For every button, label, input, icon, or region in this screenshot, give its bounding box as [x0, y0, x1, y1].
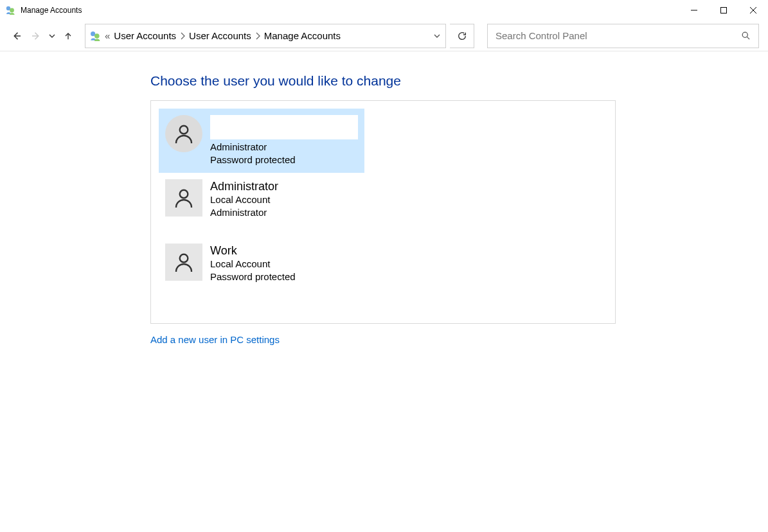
account-info: Administrator Local Account Administrato…	[210, 179, 358, 231]
svg-line-11	[747, 37, 749, 39]
back-button[interactable]	[9, 28, 24, 44]
avatar	[165, 115, 202, 152]
svg-rect-3	[721, 8, 727, 13]
toolbar: « User Accounts User Accounts Manage Acc…	[0, 21, 768, 51]
window-controls	[679, 0, 768, 21]
search-box[interactable]	[487, 24, 759, 48]
avatar	[165, 244, 202, 281]
user-accounts-icon	[5, 5, 15, 15]
close-button[interactable]	[738, 0, 768, 21]
maximize-button[interactable]	[709, 0, 738, 21]
up-button[interactable]	[60, 28, 76, 44]
breadcrumb-item[interactable]: Manage Accounts	[264, 30, 341, 41]
breadcrumb-item[interactable]: User Accounts	[189, 30, 251, 41]
account-name: Work	[210, 244, 358, 258]
content-area: Choose the user you would like to change…	[0, 51, 768, 346]
titlebar-left: Manage Accounts	[5, 5, 82, 15]
forward-button[interactable]	[28, 28, 44, 44]
svg-point-10	[742, 32, 747, 37]
account-status: Password protected	[210, 154, 358, 166]
search-input[interactable]	[494, 30, 739, 42]
breadcrumb: « User Accounts User Accounts Manage Acc…	[105, 30, 341, 41]
account-name: Administrator	[210, 179, 358, 193]
account-info: Administrator Password protected	[210, 115, 358, 166]
account-info: Work Local Account Password protected	[210, 244, 358, 295]
avatar	[165, 179, 202, 217]
account-name	[210, 115, 358, 139]
refresh-button[interactable]	[450, 24, 474, 48]
breadcrumb-overflow[interactable]: «	[105, 30, 110, 41]
search-icon[interactable]	[739, 31, 752, 40]
chevron-right-icon	[255, 32, 260, 40]
account-type: Local Account	[210, 193, 358, 206]
recent-locations-button[interactable]	[48, 31, 57, 40]
svg-point-1	[10, 8, 14, 13]
account-type: Local Account	[210, 258, 358, 270]
svg-point-9	[94, 33, 100, 39]
window-title: Manage Accounts	[21, 6, 82, 15]
account-card[interactable]: Work Local Account Password protected	[159, 237, 364, 301]
page-heading: Choose the user you would like to change	[150, 73, 768, 89]
account-status: Password protected	[210, 270, 358, 283]
svg-point-12	[180, 126, 188, 134]
chevron-right-icon	[180, 32, 185, 40]
svg-point-13	[180, 190, 188, 199]
account-role: Administrator	[210, 141, 358, 154]
breadcrumb-item[interactable]: User Accounts	[114, 30, 176, 41]
add-user-link[interactable]: Add a new user in PC settings	[150, 334, 280, 345]
accounts-list: Administrator Password protected Adminis…	[150, 100, 616, 324]
address-bar[interactable]: « User Accounts User Accounts Manage Acc…	[85, 24, 446, 48]
titlebar: Manage Accounts	[0, 0, 768, 21]
account-role: Administrator	[210, 206, 358, 219]
account-card[interactable]: Administrator Local Account Administrato…	[159, 173, 364, 237]
account-card[interactable]: Administrator Password protected	[159, 109, 364, 173]
svg-point-14	[180, 254, 188, 263]
minimize-button[interactable]	[679, 0, 709, 21]
address-dropdown-button[interactable]	[427, 32, 445, 40]
address-bar-icon	[85, 30, 105, 42]
